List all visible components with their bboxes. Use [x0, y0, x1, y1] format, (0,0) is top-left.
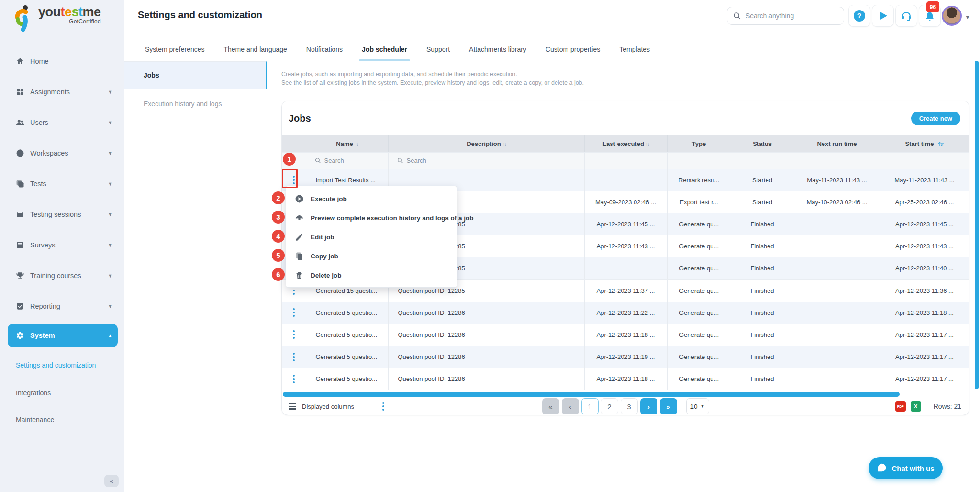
page-button-2[interactable]: 2: [601, 398, 618, 414]
menu-item-delete-job[interactable]: Delete job: [286, 266, 457, 285]
menu-item-preview-history[interactable]: Preview complete execution history and l…: [286, 208, 457, 227]
export-pdf-icon[interactable]: PDF: [895, 401, 906, 412]
sort-icon[interactable]: ↑↓: [503, 142, 506, 147]
workspaces-icon: [16, 149, 24, 157]
create-new-button[interactable]: Create new: [911, 112, 960, 125]
cell-start-time: Apr-25-2023 02:46 ...: [880, 191, 969, 213]
avatar[interactable]: [942, 6, 962, 26]
sidebar-subitem-integrations[interactable]: Integrations: [16, 386, 120, 400]
cell-type: Generate qu...: [667, 368, 731, 390]
column-header-status[interactable]: Status: [731, 135, 794, 152]
subnav-item-execution-history[interactable]: Execution history and logs: [124, 89, 267, 119]
sort-icon[interactable]: ↑↓: [646, 142, 649, 147]
sidebar-item-surveys[interactable]: Surveys ▼: [8, 235, 118, 255]
previous-page-button[interactable]: ‹: [562, 398, 579, 414]
cell-name: Generated 5 questio...: [306, 324, 388, 346]
cell-start-time: May-11-2023 11:43 ...: [880, 169, 969, 191]
tab-custom-properties[interactable]: Custom properties: [546, 37, 600, 61]
next-page-button[interactable]: ›: [640, 398, 657, 414]
sidebar-item-training-courses[interactable]: Training courses ▼: [8, 266, 118, 285]
chevron-up-icon: ▲: [108, 333, 113, 338]
tab-theme-and-language[interactable]: Theme and language: [224, 37, 287, 61]
sort-icon[interactable]: ↑↓: [355, 142, 358, 147]
cell-next-run-time: [794, 346, 880, 368]
cell-next-run-time: [794, 368, 880, 390]
help-button[interactable]: ?: [848, 5, 870, 27]
description-search-input[interactable]: [407, 157, 464, 164]
sidebar-item-tests[interactable]: Tests ▼: [8, 174, 118, 193]
last-page-button[interactable]: »: [660, 398, 677, 414]
reporting-icon: [16, 302, 24, 311]
table-row: Generated 5 questio... Question pool ID:…: [282, 368, 969, 390]
brand-subtitle: GetCertified: [38, 18, 101, 25]
row-actions-kebab-icon[interactable]: [288, 327, 300, 342]
cell-name: Generated 5 questio...: [306, 368, 388, 390]
sidebar-item-users[interactable]: Users ▼: [8, 113, 118, 132]
export-excel-icon[interactable]: X: [911, 401, 921, 412]
cell-status: Finished: [731, 368, 794, 390]
brand-logo[interactable]: youtestme GetCertified: [13, 5, 101, 32]
cell-next-run-time: [794, 324, 880, 346]
menu-item-edit-job[interactable]: Edit job: [286, 227, 457, 246]
sidebar-item-label: Home: [30, 57, 49, 65]
sidebar-item-workspaces[interactable]: Workspaces ▼: [8, 144, 118, 163]
cell-status: Finished: [731, 324, 794, 346]
column-header-next-run-time[interactable]: Next run time: [794, 135, 880, 152]
cell-last-executed: Apr-12-2023 11:43 ...: [584, 235, 667, 257]
name-search-input[interactable]: [324, 157, 382, 164]
horizontal-scrollbar[interactable]: [283, 392, 900, 397]
row-context-menu: Execute job Preview complete execution h…: [286, 186, 457, 288]
cell-last-executed: [584, 257, 667, 280]
topbar: Settings and customization ? 96 ▼: [124, 0, 980, 37]
tab-job-scheduler[interactable]: Job scheduler: [362, 37, 407, 61]
page-size-select[interactable]: 10 ▼: [686, 398, 709, 414]
menu-item-execute-job[interactable]: Execute job: [286, 189, 457, 208]
sidebar-item-testing-sessions[interactable]: Testing sessions ▼: [8, 205, 118, 224]
menu-item-copy-job[interactable]: Copy job: [286, 246, 457, 266]
brand-logo-icon: [13, 5, 34, 32]
column-header-last-executed[interactable]: Last executed↑↓: [584, 135, 667, 152]
columns-menu-icon[interactable]: [289, 403, 296, 410]
cell-type: Generate qu...: [667, 257, 731, 280]
sidebar-item-home[interactable]: Home: [8, 52, 118, 71]
tab-support[interactable]: Support: [426, 37, 450, 61]
row-actions-kebab-icon[interactable]: [288, 372, 300, 386]
description-line-1: Create jobs, such as importing and expor…: [281, 70, 584, 78]
column-header-name[interactable]: Name↑↓: [306, 135, 388, 152]
global-search-input[interactable]: [746, 12, 827, 20]
cell-next-run-time: [794, 235, 880, 257]
vertical-scrollbar[interactable]: [975, 61, 979, 389]
copy-icon: [295, 252, 304, 261]
sidebar-subitem-maintenance[interactable]: Maintenance: [16, 413, 120, 427]
sort-asc-active-icon[interactable]: [937, 141, 944, 147]
column-header-start-time[interactable]: Start time: [880, 135, 969, 152]
sidebar-item-reporting[interactable]: Reporting ▼: [8, 297, 118, 316]
subnav-item-jobs[interactable]: Jobs: [124, 61, 267, 89]
sidebar-collapse-button[interactable]: «: [104, 475, 119, 487]
page-button-1[interactable]: 1: [581, 398, 599, 414]
tab-attachments-library[interactable]: Attachments library: [469, 37, 526, 61]
jobs-card-header: Jobs Create new: [282, 101, 969, 135]
sidebar-item-system[interactable]: System ▲: [8, 324, 118, 347]
row-actions-kebab-icon[interactable]: [288, 350, 300, 364]
trophy-icon: [16, 271, 24, 280]
sidebar-item-assignments[interactable]: Assignments ▼: [8, 82, 118, 101]
annotation-badge-4: 4: [272, 230, 285, 243]
tab-notifications[interactable]: Notifications: [306, 37, 343, 61]
column-header-type[interactable]: Type: [667, 135, 731, 152]
displayed-columns-label[interactable]: Displayed columns: [302, 403, 354, 410]
column-header-description[interactable]: Description↑↓: [388, 135, 584, 152]
table-row: Generated 5 questio... Question pool ID:…: [282, 302, 969, 324]
row-actions-kebab-icon[interactable]: [288, 305, 300, 320]
tab-templates[interactable]: Templates: [619, 37, 650, 61]
page-button-3[interactable]: 3: [621, 398, 638, 414]
support-button[interactable]: [895, 5, 917, 27]
profile-chevron-icon[interactable]: ▼: [965, 14, 970, 21]
tour-play-button[interactable]: [872, 5, 894, 27]
tab-system-preferences[interactable]: System preferences: [145, 37, 205, 61]
table-options-kebab-icon[interactable]: [377, 399, 390, 414]
first-page-button[interactable]: «: [542, 398, 559, 414]
cell-next-run-time: [794, 213, 880, 235]
chat-with-us-button[interactable]: Chat with us: [869, 457, 943, 479]
sidebar-subitem-settings-and-customization[interactable]: Settings and customization: [16, 358, 120, 372]
